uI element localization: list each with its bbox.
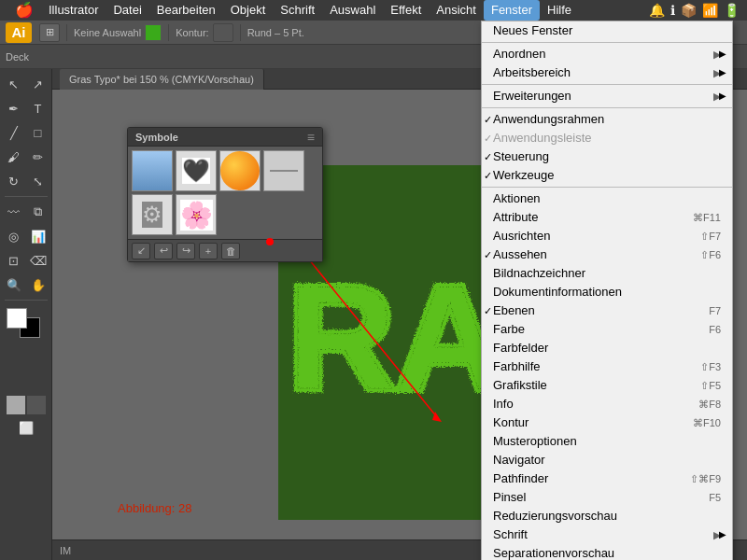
hand-tool[interactable]: ✋: [27, 273, 49, 296]
menu-sep-4: [482, 187, 732, 188]
tool-row-1: ↖ ↗: [3, 73, 49, 95]
menu-illustrator[interactable]: Illustrator: [41, 0, 106, 21]
tool-row-10: [7, 396, 46, 414]
menu-separationenvorschau[interactable]: Separationenvorschau: [482, 544, 732, 560]
menu-anordnen[interactable]: Anordnen ▶: [482, 45, 732, 63]
menu-ansicht[interactable]: Ansicht: [429, 0, 484, 21]
symbole-content: 🖤 ⚙ 🌸: [128, 147, 322, 239]
scale-tool[interactable]: ⤡: [27, 170, 49, 192]
toolbar-separator: [66, 24, 67, 41]
symbole-panel-header: Symbole ≡: [128, 128, 322, 147]
blend-tool[interactable]: ⧉: [27, 201, 49, 223]
wifi-icon: 📶: [702, 3, 718, 18]
notification-icon: 🔔: [649, 3, 665, 18]
graph-tool[interactable]: 📊: [27, 225, 49, 247]
tool-row-9: 🔍 ✋: [3, 273, 49, 296]
apple-menu[interactable]: 🍎: [7, 0, 41, 21]
menu-sep-1: [482, 42, 732, 43]
menu-navigator[interactable]: Navigator: [482, 451, 732, 469]
tool-row-3: ╱ □: [3, 121, 49, 144]
mask-mode[interactable]: [27, 396, 46, 414]
menu-fenster[interactable]: Fenster: [484, 0, 540, 21]
menu-neues-fenster[interactable]: Neues Fenster: [482, 21, 732, 40]
menu-dokumentinformationen[interactable]: Dokumentinformationen: [482, 283, 732, 301]
menu-pathfinder[interactable]: Pathfinder ⇧⌘F9: [482, 469, 732, 488]
symbol-sprayer-tool[interactable]: ◎: [3, 225, 25, 247]
menu-arbeitsbereich[interactable]: Arbeitsbereich ▶: [482, 63, 732, 82]
rotate-tool[interactable]: ↻: [3, 170, 25, 192]
eraser-tool[interactable]: ⌫: [27, 249, 49, 272]
menu-farbe[interactable]: Farbe F6: [482, 320, 732, 339]
menu-steuerung[interactable]: Steuerung: [482, 147, 732, 166]
symbol-flower[interactable]: 🌸: [176, 194, 217, 235]
brush-tool[interactable]: 🖌: [3, 146, 25, 168]
symbole-panel-menu-btn[interactable]: ≡: [307, 130, 315, 145]
symbol-orange[interactable]: [219, 150, 261, 191]
screen-mode[interactable]: ⬜: [15, 416, 37, 439]
menu-grafikstile[interactable]: Grafikstile ⇧F5: [482, 376, 732, 395]
document-tab[interactable]: Gras Typo* bei 150 % (CMYK/Vorschau): [60, 69, 264, 90]
symbol-rect[interactable]: [263, 150, 304, 191]
menu-sep-2: [482, 84, 732, 85]
deck-label: Deck: [6, 51, 29, 63]
menu-bildnachzeichner[interactable]: Bildnachzeichner: [482, 264, 732, 283]
menu-aussehen[interactable]: Aussehen ⇧F6: [482, 245, 732, 264]
menu-ausrichten[interactable]: Ausrichten ⇧F7: [482, 227, 732, 245]
sym-new-btn[interactable]: +: [199, 243, 218, 259]
menu-info[interactable]: Info ⌘F8: [482, 395, 732, 413]
tool-row-7: ◎ 📊: [3, 225, 49, 247]
sym-delete-btn[interactable]: 🗑: [221, 243, 240, 259]
menu-schrift[interactable]: Schrift: [273, 0, 322, 21]
menu-farbhilfe[interactable]: Farbhilfe ⇧F3: [482, 357, 732, 376]
tool-row-5: ↻ ⤡: [3, 170, 49, 192]
menu-attribute[interactable]: Attribute ⌘F11: [482, 208, 732, 227]
symbol-gear[interactable]: ⚙: [132, 194, 173, 235]
menu-aktionen[interactable]: Aktionen: [482, 189, 732, 208]
menu-pinsel[interactable]: Pinsel F5: [482, 488, 732, 507]
menu-hilfe[interactable]: Hilfe: [540, 0, 579, 21]
warp-tool[interactable]: 〰: [3, 201, 25, 223]
fill-swatch[interactable]: [145, 24, 162, 41]
menu-anwendungsleiste[interactable]: Anwendungsleiste: [482, 129, 732, 147]
menu-objekt[interactable]: Objekt: [223, 0, 274, 21]
menu-effekt[interactable]: Effekt: [383, 0, 429, 21]
symbol-ink[interactable]: 🖤: [176, 150, 217, 191]
symbole-panel[interactable]: Symbole ≡ 🖤 ⚙ 🌸 ↙ ↩ ↪ + 🗑: [127, 127, 323, 262]
menu-datei[interactable]: Datei: [106, 0, 148, 21]
menu-musteroptionen[interactable]: Musteroptionen: [482, 432, 732, 451]
fill-color[interactable]: [7, 308, 27, 329]
sym-place-btn[interactable]: ↙: [132, 243, 150, 259]
symbol-water[interactable]: [132, 150, 173, 191]
kontur-color-btn[interactable]: [213, 23, 233, 42]
selection-tool[interactable]: ↖: [3, 73, 25, 95]
dropbox-icon: 📦: [681, 3, 697, 18]
slice-tool[interactable]: ⊡: [3, 249, 25, 272]
arrange-icon-btn[interactable]: ⊞: [39, 23, 60, 42]
type-tool[interactable]: T: [27, 97, 49, 119]
sym-redo-btn[interactable]: ↪: [176, 243, 195, 259]
pen-tool[interactable]: ✒: [3, 97, 25, 119]
tool-row-8: ⊡ ⌫: [3, 249, 49, 272]
fenster-dropdown[interactable]: Neues Fenster Anordnen ▶ Arbeitsbereich …: [481, 21, 733, 560]
menu-werkzeuge[interactable]: Werkzeuge: [482, 166, 732, 185]
menu-anwendungsrahmen[interactable]: Anwendungsrahmen: [482, 110, 732, 129]
rect-tool[interactable]: □: [27, 121, 49, 144]
toolbar-separator-3: [240, 24, 241, 41]
menu-farbfelder[interactable]: Farbfelder: [482, 339, 732, 357]
pencil-tool[interactable]: ✏: [27, 146, 49, 168]
keine-auswahl-label: Keine Auswahl: [74, 27, 141, 38]
menubar-right-icons: 🔔 ℹ 📦 📶 🔋: [649, 3, 740, 18]
menu-erweiterungen[interactable]: Erweiterungen ▶: [482, 87, 732, 105]
menu-auswahl[interactable]: Auswahl: [322, 0, 383, 21]
normal-mode[interactable]: [7, 396, 25, 414]
menu-sep-3: [482, 107, 732, 108]
menu-schrift[interactable]: Schrift ▶: [482, 525, 732, 544]
menu-ebenen[interactable]: Ebenen F7: [482, 301, 732, 320]
direct-selection-tool[interactable]: ↗: [27, 73, 49, 95]
zoom-tool[interactable]: 🔍: [3, 273, 25, 296]
menu-bearbeiten[interactable]: Bearbeiten: [149, 0, 223, 21]
menu-reduzierungsvorschau[interactable]: Reduzierungsvorschau: [482, 507, 732, 525]
line-tool[interactable]: ╱: [3, 121, 25, 144]
menu-kontur[interactable]: Kontur ⌘F10: [482, 413, 732, 432]
sym-undo-btn[interactable]: ↩: [154, 243, 173, 259]
